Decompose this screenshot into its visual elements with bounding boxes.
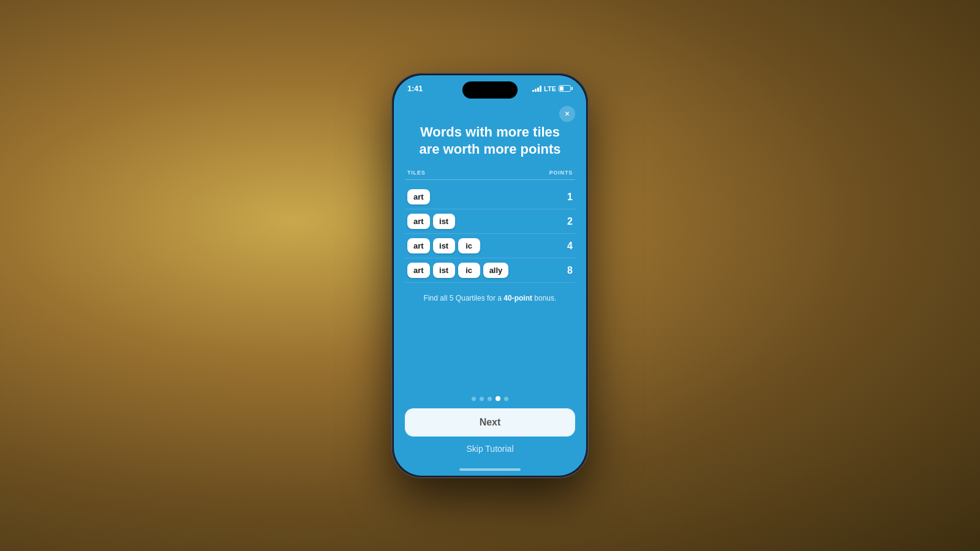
- table-row: art ist 2: [405, 209, 575, 234]
- table-header: TILES POINTS: [405, 170, 575, 179]
- dot-4-active: [496, 396, 500, 401]
- next-button[interactable]: Next: [405, 408, 575, 437]
- points-3: 4: [567, 241, 573, 252]
- signal-icon: [532, 86, 541, 92]
- home-indicator: [459, 468, 521, 471]
- dot-2: [480, 397, 484, 401]
- points-2: 2: [567, 216, 573, 227]
- phone-device: 1:41 LTE: [392, 73, 588, 478]
- tile-ic-4: ic: [458, 263, 480, 278]
- tile-art-2: art: [407, 214, 430, 229]
- tile-ist-2: ist: [433, 214, 455, 229]
- tiles-group-1: art: [407, 189, 430, 204]
- dot-1: [472, 397, 476, 401]
- points-4: 8: [567, 265, 573, 276]
- page-dots: [472, 396, 508, 401]
- table-divider: [405, 179, 575, 180]
- tile-art-3: art: [407, 238, 430, 253]
- table-row: art ist ic 4: [405, 234, 575, 258]
- main-content: Words with more tilesare worth more poin…: [394, 96, 586, 390]
- battery-icon: [559, 85, 573, 92]
- tiles-group-3: art ist ic: [407, 238, 480, 253]
- tile-art-4: art: [407, 263, 430, 278]
- dot-3: [488, 397, 492, 401]
- close-button[interactable]: ×: [559, 106, 575, 122]
- header-tiles-label: TILES: [407, 170, 426, 176]
- tile-art-1: art: [407, 189, 430, 204]
- status-icons: LTE: [532, 85, 573, 92]
- page-title: Words with more tilesare worth more poin…: [405, 124, 575, 157]
- status-time: 1:41: [407, 84, 423, 93]
- tile-ist-4: ist: [433, 263, 455, 278]
- lte-label: LTE: [544, 85, 556, 92]
- dynamic-island: [462, 81, 518, 99]
- points-1: 1: [567, 192, 573, 203]
- tile-table: TILES POINTS art 1 art: [405, 170, 575, 283]
- tiles-group-2: art ist: [407, 214, 455, 229]
- tile-ic-3: ic: [458, 238, 480, 253]
- skip-tutorial-button[interactable]: Skip Tutorial: [466, 444, 513, 454]
- bottom-section: Next Skip Tutorial: [394, 390, 586, 466]
- tiles-group-4: art ist ic ally: [407, 263, 508, 278]
- bonus-text: Find all 5 Quartiles for a 40-point bonu…: [405, 293, 575, 304]
- tile-ist-3: ist: [433, 238, 455, 253]
- dot-5: [504, 397, 508, 401]
- table-row: art ist ic ally 8: [405, 258, 575, 283]
- bonus-highlight: 40-point: [503, 294, 532, 302]
- header-points-label: POINTS: [549, 170, 573, 176]
- phone-wrapper: 1:41 LTE: [392, 73, 588, 478]
- tile-ally-4: ally: [483, 263, 509, 278]
- phone-screen: 1:41 LTE: [394, 75, 586, 476]
- table-row: art 1: [405, 185, 575, 209]
